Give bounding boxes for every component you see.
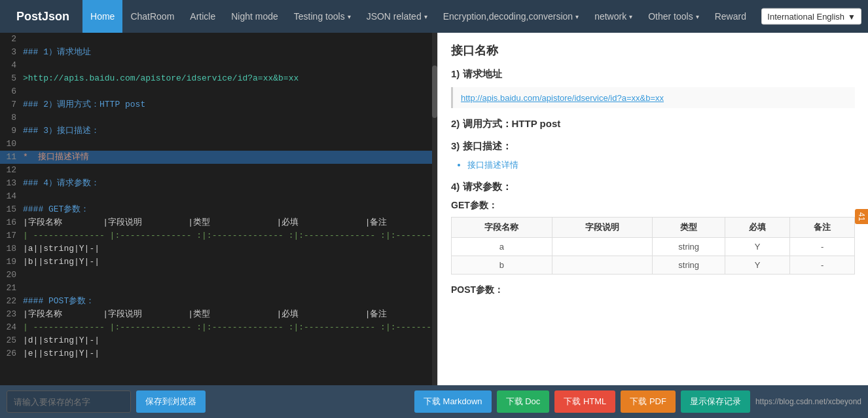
show-history-button[interactable]: 显示保存记录: [681, 390, 750, 413]
line-number: 5: [0, 72, 23, 85]
table-cell-desc: [552, 256, 653, 275]
code-line-23[interactable]: 23|字段名称 |字段说明 |类型 |必填 |备注 |: [0, 308, 432, 321]
line-content: |d||string|Y|-|: [23, 334, 432, 347]
code-line-7[interactable]: 7### 2）调用方式：HTTP post: [0, 98, 432, 111]
line-number: 9: [0, 124, 23, 138]
line-number: 10: [0, 138, 23, 151]
nav-reward[interactable]: Reward: [707, 0, 754, 33]
save-browser-button[interactable]: 保存到浏览器: [136, 390, 206, 413]
code-line-8[interactable]: 8: [0, 111, 432, 124]
nav-testing-tools[interactable]: Testing tools ▾: [286, 0, 359, 33]
code-line-18[interactable]: 18|a||string|Y|-|: [0, 242, 432, 256]
nav-article[interactable]: Article: [182, 0, 223, 33]
preview-section4: 4) 请求参数：: [451, 181, 855, 193]
get-params-label: GET参数：: [451, 200, 855, 212]
line-content: #### GET参数：: [23, 203, 432, 216]
table-cell-required: Y: [725, 256, 790, 275]
line-number: 4: [0, 59, 23, 72]
code-line-6[interactable]: 6: [0, 85, 432, 98]
language-selector[interactable]: International English ▼: [761, 9, 861, 25]
nav-network[interactable]: network ▾: [587, 0, 640, 33]
line-number: 2: [0, 33, 23, 46]
nav-other-tools[interactable]: Other tools ▾: [640, 0, 706, 33]
code-line-2[interactable]: 2: [0, 33, 432, 46]
line-number: 18: [0, 242, 23, 256]
save-name-input[interactable]: [7, 390, 131, 413]
line-number: 11: [0, 151, 23, 164]
line-content: ### 2）调用方式：HTTP post: [23, 98, 432, 111]
code-line-17[interactable]: 17| -------------- |:-------------- :|:-…: [0, 229, 432, 242]
bottom-toolbar: 保存到浏览器 下载 Markdown 下载 Doc 下载 HTML 下载 PDF…: [0, 385, 868, 418]
other-tools-arrow: ▾: [696, 13, 699, 20]
line-number: 25: [0, 334, 23, 347]
preview-section3: 3) 接口描述：: [451, 140, 855, 153]
table-cell-note: -: [790, 238, 855, 256]
json-related-arrow: ▾: [424, 13, 427, 20]
line-number: 23: [0, 308, 23, 321]
table-cell-required: Y: [725, 238, 790, 256]
testing-tools-arrow: ▾: [348, 13, 351, 20]
navbar: PostJson Home ChatRoom Article Night mod…: [0, 0, 868, 33]
bottom-link[interactable]: https://blog.csdn.net/xcbeyond: [755, 397, 861, 406]
code-line-20[interactable]: 20: [0, 269, 432, 282]
encryption-arrow: ▾: [575, 13, 579, 20]
lang-arrow: ▼: [848, 12, 856, 21]
code-line-12[interactable]: 12: [0, 164, 432, 177]
preview-title: 接口名称: [451, 43, 855, 58]
code-line-22[interactable]: 22#### POST参数：: [0, 295, 432, 308]
line-number: 24: [0, 321, 23, 334]
code-line-15[interactable]: 15#### GET参数：: [0, 203, 432, 216]
line-number: 7: [0, 98, 23, 111]
code-line-11[interactable]: 11* 接口描述详情: [0, 151, 432, 164]
download-doc-button[interactable]: 下载 Doc: [497, 390, 550, 413]
line-content: | -------------- |:-------------- :|:---…: [23, 229, 432, 242]
preview-section2: 2) 调用方式：HTTP post: [451, 118, 855, 130]
network-arrow: ▾: [629, 13, 632, 20]
code-line-14[interactable]: 14: [0, 190, 432, 203]
code-line-10[interactable]: 10: [0, 138, 432, 151]
preview-url[interactable]: http://apis.baidu.com/apistore/idservice…: [461, 93, 664, 103]
table-row: astringY-: [452, 238, 855, 256]
line-number: 22: [0, 295, 23, 308]
download-pdf-button[interactable]: 下载 PDF: [621, 390, 676, 413]
editor-scrollbar[interactable]: [432, 33, 437, 385]
orange-badge[interactable]: 41: [855, 209, 868, 224]
preview-panel[interactable]: 接口名称 1) 请求地址 http://apis.baidu.com/apist…: [437, 33, 868, 385]
download-html-button[interactable]: 下载 HTML: [554, 390, 615, 413]
code-line-13[interactable]: 13### 4）请求参数：: [0, 177, 432, 190]
line-content: |字段名称 |字段说明 |类型 |必填 |备注 |: [23, 216, 432, 229]
url-box: http://apis.baidu.com/apistore/idservice…: [451, 87, 855, 108]
get-params-table: 字段名称 字段说明 类型 必填 备注 astringY-bstringY-: [451, 217, 855, 275]
line-number: 17: [0, 229, 23, 242]
nav-nightmode[interactable]: Night mode: [223, 0, 286, 33]
nav-encryption[interactable]: Encryption,decoding,conversion ▾: [435, 0, 587, 33]
table-cell-field: a: [452, 238, 552, 256]
line-content: #### POST参数：: [23, 295, 432, 308]
brand-logo: PostJson: [7, 10, 79, 24]
code-line-4[interactable]: 4: [0, 59, 432, 72]
code-line-9[interactable]: 9### 3）接口描述：: [0, 124, 432, 138]
post-params-label: POST参数：: [451, 284, 855, 296]
code-line-21[interactable]: 21: [0, 282, 432, 295]
nav-chatroom[interactable]: ChatRoom: [122, 0, 182, 33]
code-line-24[interactable]: 24| -------------- |:-------------- :|:-…: [0, 321, 432, 334]
code-line-16[interactable]: 16|字段名称 |字段说明 |类型 |必填 |备注 |: [0, 216, 432, 229]
code-editor[interactable]: 23### 1）请求地址45>http://apis.baidu.com/api…: [0, 33, 432, 385]
table-cell-desc: [552, 238, 653, 256]
code-line-25[interactable]: 25|d||string|Y|-|: [0, 334, 432, 347]
scrollbar-thumb[interactable]: [432, 66, 437, 118]
line-number: 20: [0, 269, 23, 282]
line-number: 8: [0, 111, 23, 124]
download-markdown-button[interactable]: 下载 Markdown: [414, 390, 492, 413]
line-content: * 接口描述详情: [23, 151, 432, 164]
code-line-5[interactable]: 5>http://apis.baidu.com/apistore/idservi…: [0, 72, 432, 85]
line-number: 15: [0, 203, 23, 216]
line-content: |a||string|Y|-|: [23, 242, 432, 256]
code-line-26[interactable]: 26|e||string|Y|-|: [0, 347, 432, 360]
nav-home[interactable]: Home: [82, 0, 122, 33]
line-content: |字段名称 |字段说明 |类型 |必填 |备注 |: [23, 308, 432, 321]
code-line-19[interactable]: 19|b||string|Y|-|: [0, 256, 432, 269]
nav-json-related[interactable]: JSON related ▾: [359, 0, 435, 33]
code-line-3[interactable]: 3### 1）请求地址: [0, 46, 432, 59]
main-content: 23### 1）请求地址45>http://apis.baidu.com/api…: [0, 33, 868, 385]
